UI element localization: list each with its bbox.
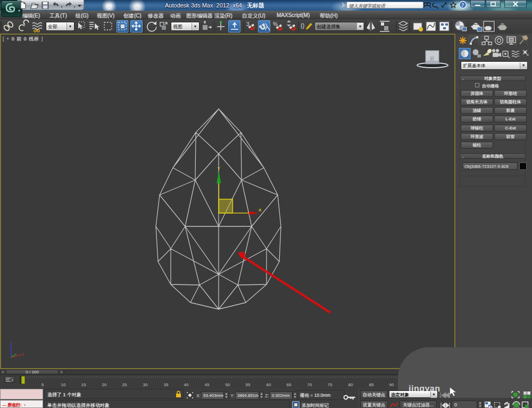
svg-text:X: X [259, 208, 262, 213]
svg-text:35: 35 [164, 382, 169, 387]
svg-text:?: ? [461, 2, 464, 8]
svg-text:10: 10 [61, 382, 66, 387]
svg-text:%: % [273, 21, 278, 27]
svg-text:20: 20 [102, 382, 107, 387]
svg-text:90: 90 [389, 382, 394, 387]
svg-text:55: 55 [246, 382, 251, 387]
svg-text:65: 65 [287, 382, 292, 387]
svg-text:50: 50 [226, 382, 230, 387]
svg-text:85: 85 [369, 382, 374, 387]
svg-text:5: 5 [41, 382, 44, 387]
svg-text:45: 45 [205, 382, 210, 387]
svg-text:70: 70 [307, 382, 312, 387]
svg-text:25: 25 [122, 382, 127, 387]
svg-text:75: 75 [328, 382, 332, 387]
svg-text:Y: Y [218, 166, 221, 171]
svg-text:15: 15 [81, 382, 86, 387]
svg-text:80: 80 [348, 382, 353, 387]
svg-text:{}: {} [301, 22, 305, 29]
svg-text:X: X [22, 353, 24, 356]
svg-text:40: 40 [184, 382, 189, 387]
svg-text:30: 30 [143, 382, 148, 387]
svg-text:Z: Z [10, 342, 12, 346]
svg-text:前: 前 [430, 56, 435, 61]
svg-text:60: 60 [267, 382, 271, 387]
